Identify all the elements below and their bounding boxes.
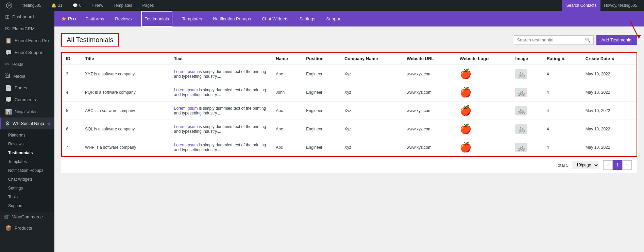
sidebar-label-products: Products <box>15 226 32 231</box>
fluentforms-icon: 📋 <box>5 37 12 44</box>
next-page-button[interactable]: › <box>622 160 632 170</box>
sidebar-item-wpsocialninja[interactable]: ⚙ WP Social Ninja ◀ <box>0 118 54 129</box>
bell-icon: 🔔 <box>51 3 56 8</box>
sidebar-submenu: Platforms Reviews Testimonials Templates… <box>0 129 54 212</box>
submenu-templates[interactable]: Templates <box>0 157 54 166</box>
table-row: 6 SQL is a software company Lorem Ipsum … <box>62 120 637 138</box>
lorem-link[interactable]: Lorem Ipsum <box>174 88 198 92</box>
howdy-text: Howdy, testing505 <box>600 3 641 8</box>
main-content: ★ Pro Platforms Reviews Testimonials Tem… <box>54 11 644 252</box>
search-testimonial-input[interactable] <box>514 36 582 44</box>
wpsocialninja-icon: ⚙ <box>5 120 10 127</box>
notification-count: 21 <box>58 3 62 8</box>
submenu-platforms[interactable]: Platforms <box>0 131 54 140</box>
nav-testimonials[interactable]: Testimonials <box>141 11 172 26</box>
bike-icon: 🚲 <box>515 124 527 134</box>
cell-date: May 10, 2022 <box>581 102 637 120</box>
templates-bar-item[interactable]: Templates <box>111 0 135 11</box>
search-contacts-button[interactable]: Search Contacts <box>562 0 600 11</box>
plugin-header: ★ Pro Platforms Reviews Testimonials Tem… <box>54 11 644 26</box>
comment-count: 0 <box>79 3 82 8</box>
submenu-chat-widgets[interactable]: Chat Widgets <box>0 175 54 184</box>
submenu-tools[interactable]: Tools <box>0 193 54 201</box>
sidebar: ⊞ Dashboard ✉ FluentCRM 📋 Fluent Forms P… <box>0 11 54 252</box>
site-name-item[interactable]: testing505 <box>20 0 44 11</box>
wp-logo-item[interactable]: W <box>3 0 15 11</box>
cell-company: Xyz <box>340 65 403 83</box>
sidebar-item-products[interactable]: 📦 Products <box>0 222 54 234</box>
add-testimonial-button[interactable]: Add Testimonial <box>596 35 637 45</box>
nav-chat-widgets[interactable]: Chat Widgets <box>260 11 290 26</box>
cell-image: 🚲 <box>511 65 542 83</box>
dashboard-icon: ⊞ <box>5 14 10 20</box>
lorem-link[interactable]: Lorem Ipsum <box>174 106 198 111</box>
cell-title: SQL is a software company <box>81 120 170 138</box>
cell-name: Abc <box>272 65 302 83</box>
cell-text: Lorem Ipsum is simply dummied text of th… <box>170 65 272 83</box>
sidebar-item-media[interactable]: 🖼 Media <box>0 70 54 82</box>
search-contacts-label: Search Contacts <box>566 3 596 8</box>
col-text: Text <box>170 52 272 65</box>
submenu-support[interactable]: Support <box>0 201 54 210</box>
sidebar-item-comments[interactable]: 💭 Comments <box>0 94 54 106</box>
sidebar-item-dashboard[interactable]: ⊞ Dashboard <box>0 11 54 23</box>
page-1-button[interactable]: 1 <box>613 160 622 170</box>
nav-support[interactable]: Support <box>325 11 343 26</box>
cell-title: XYZ is a software company <box>81 65 170 83</box>
submenu-settings[interactable]: Settings <box>0 184 54 193</box>
cell-url: www.xyz.com <box>403 120 456 138</box>
cell-position: Engineer <box>302 138 340 157</box>
per-page-select[interactable]: 10/page <box>573 161 599 169</box>
lorem-link[interactable]: Lorem Ipsum <box>174 124 198 129</box>
nav-templates[interactable]: Templates <box>181 11 203 26</box>
fluentcrm-icon: ✉ <box>5 25 10 32</box>
site-name: testing505 <box>22 3 41 8</box>
nav-reviews[interactable]: Reviews <box>114 11 133 26</box>
cell-url: www.xyz.com <box>403 102 456 120</box>
wp-icon: W <box>6 2 12 8</box>
cell-company: Xyz <box>340 120 403 138</box>
fluentsupport-icon: 💬 <box>5 49 12 56</box>
notifications-item[interactable]: 🔔 21 <box>49 0 65 11</box>
bike-icon: 🚲 <box>515 88 527 97</box>
page-title: All Testimonials <box>61 33 119 47</box>
col-title: Title <box>81 52 170 65</box>
submenu-testimonials[interactable]: Testimonials <box>0 148 54 157</box>
nav-notification-popups[interactable]: Notification Popups <box>211 11 252 26</box>
apple-icon: 🍎 <box>460 124 472 134</box>
table-footer: Total 5 10/page ‹ 1 › <box>61 157 637 173</box>
search-icon-button[interactable]: 🔍 <box>582 36 593 44</box>
cell-id: 5 <box>62 102 81 120</box>
sidebar-item-posts[interactable]: ✏ Posts <box>0 58 54 70</box>
cell-name: Abc <box>272 138 302 157</box>
sidebar-item-fluentsupport[interactable]: 💬 Fluent Support <box>0 47 54 58</box>
lorem-link[interactable]: Lorem Ipsum <box>174 143 198 147</box>
sidebar-item-pages[interactable]: 📄 Pages <box>0 82 54 94</box>
sidebar-item-ninjatables[interactable]: 📊 NinjaTables <box>0 106 54 118</box>
sidebar-item-fluentforms[interactable]: 📋 Fluent Forms Pro <box>0 35 54 47</box>
sidebar-item-woocommerce[interactable]: 🛒 WooCommerce <box>0 212 54 222</box>
col-image: Image <box>511 52 542 65</box>
cell-rating: 4 <box>543 65 581 83</box>
submenu-notification-popups[interactable]: Notification Popups <box>0 166 54 175</box>
pagination: ‹ 1 › <box>603 160 632 170</box>
sidebar-item-fluentcrm[interactable]: ✉ FluentCRM <box>0 23 54 35</box>
plugin-logo: ★ Pro <box>61 16 76 22</box>
sidebar-label-dashboard: Dashboard <box>12 14 34 19</box>
cell-url: www.xyz.com <box>403 65 456 83</box>
pages-bar-item[interactable]: Pages <box>140 0 157 11</box>
cell-text: Lorem Ipsum is simply dummied text of th… <box>170 138 272 157</box>
new-item[interactable]: + New <box>89 0 106 11</box>
nav-settings[interactable]: Settings <box>298 11 317 26</box>
nav-platforms[interactable]: Platforms <box>84 11 105 26</box>
svg-text:W: W <box>8 4 11 7</box>
cell-text: Lorem Ipsum is simply dummied text of th… <box>170 83 272 102</box>
submenu-reviews[interactable]: Reviews <box>0 140 54 148</box>
prev-page-button[interactable]: ‹ <box>603 160 613 170</box>
cell-date: May 10, 2022 <box>581 120 637 138</box>
posts-icon: ✏ <box>5 61 10 68</box>
comments-item[interactable]: 💬 0 <box>70 0 84 11</box>
cell-title: PQR is a software company <box>81 83 170 102</box>
col-position: Position <box>302 52 340 65</box>
lorem-link[interactable]: Lorem Ipsum <box>174 69 198 74</box>
